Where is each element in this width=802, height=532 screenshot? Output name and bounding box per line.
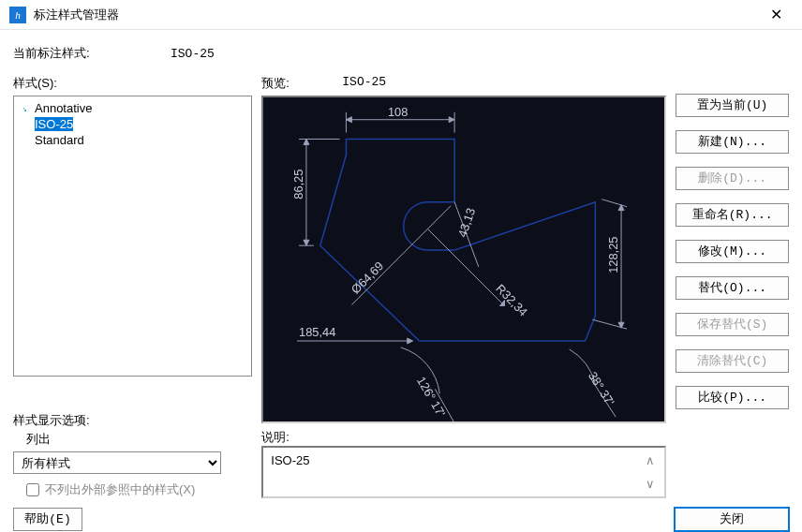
window-title: 标注样式管理器 <box>34 7 759 23</box>
style-item[interactable]: Standard <box>16 132 249 148</box>
help-button[interactable]: 帮助(E) <box>13 508 82 531</box>
main-row: 样式(S): ⭏AnnotativeISO-25Standard 样式显示选项:… <box>13 75 789 498</box>
display-options-label: 样式显示选项: <box>13 412 252 429</box>
list-sublabel: 列出 <box>26 431 252 448</box>
current-style-value: ISO-25 <box>171 47 215 61</box>
description-label: 说明: <box>261 429 666 446</box>
list-filter-select-wrap: 所有样式 <box>13 451 252 474</box>
clear-override-button: 清除替代(C) <box>676 349 789 373</box>
preview-style-name: ISO-25 <box>342 75 386 92</box>
annotative-icon: ⭏ <box>18 103 33 114</box>
app-icon: h <box>9 7 26 23</box>
set-current-button[interactable]: 置为当前(U) <box>676 94 789 117</box>
left-column: 样式(S): ⭏AnnotativeISO-25Standard 样式显示选项:… <box>13 75 252 498</box>
dim-left: 86,25 <box>291 170 305 200</box>
current-style-label: 当前标注样式: <box>13 45 171 62</box>
close-icon[interactable]: ✕ <box>759 2 793 28</box>
svg-line-6 <box>602 200 628 207</box>
style-item[interactable]: ISO-25 <box>16 116 249 132</box>
preview-label: 预览: <box>261 75 342 92</box>
override-button[interactable]: 替代(O)... <box>676 276 789 300</box>
list-filter-select[interactable]: 所有样式 <box>13 451 221 474</box>
right-column: 置为当前(U) 新建(N)... 删除(D)... 重命名(R)... 修改(M… <box>676 75 789 498</box>
dim-ang2: 38° 37' <box>586 369 617 408</box>
dim-inner: 43,13 <box>455 206 479 239</box>
display-options: 样式显示选项: 列出 所有样式 不列出外部参照中的样式(X) <box>13 412 252 498</box>
preview-header: 预览: ISO-25 <box>261 75 666 92</box>
styles-list[interactable]: ⭏AnnotativeISO-25Standard <box>13 96 252 377</box>
new-button[interactable]: 新建(N)... <box>676 130 789 154</box>
style-item-label: Annotative <box>35 101 92 115</box>
modify-button[interactable]: 修改(M)... <box>676 240 789 263</box>
content: 当前标注样式: ISO-25 样式(S): ⭏AnnotativeISO-25S… <box>0 30 802 532</box>
current-style-row: 当前标注样式: ISO-25 <box>13 45 789 62</box>
external-ref-checkbox-label: 不列出外部参照中的样式(X) <box>45 481 195 498</box>
titlebar: h 标注样式管理器 ✕ <box>0 0 802 30</box>
chevron-down-icon: ∨ <box>646 477 655 491</box>
styles-list-label: 样式(S): <box>13 75 252 92</box>
save-override-button: 保存替代(S) <box>676 313 789 336</box>
dim-top: 108 <box>388 105 408 119</box>
description-box: ISO-25 ∧∨ <box>261 446 666 498</box>
preview-canvas: 108 86,25 128,25 R32,34 Ø64,69 43,13 185… <box>261 96 666 423</box>
style-item-label: Standard <box>35 133 84 147</box>
rename-button[interactable]: 重命名(R)... <box>676 203 789 227</box>
description-scroll[interactable]: ∧∨ <box>646 453 655 491</box>
delete-button: 删除(D)... <box>676 167 789 190</box>
close-button[interactable]: 关闭 <box>675 508 789 531</box>
compare-button[interactable]: 比较(P)... <box>676 386 789 409</box>
description-text: ISO-25 <box>271 453 646 491</box>
svg-line-11 <box>472 249 479 267</box>
svg-line-9 <box>428 229 505 305</box>
dim-right: 128,25 <box>606 237 620 273</box>
style-item[interactable]: ⭏Annotative <box>16 100 249 116</box>
middle-column: 预览: ISO-25 <box>261 75 666 498</box>
external-ref-checkbox[interactable] <box>26 483 39 496</box>
dim-ang1: 126° 17' <box>414 375 448 420</box>
bottom-row: 帮助(E) 关闭 <box>13 508 789 531</box>
style-item-label: ISO-25 <box>35 117 73 131</box>
chevron-up-icon: ∧ <box>646 453 655 467</box>
external-ref-checkbox-row[interactable]: 不列出外部参照中的样式(X) <box>26 481 252 498</box>
dim-hlen: 185,44 <box>299 325 335 339</box>
